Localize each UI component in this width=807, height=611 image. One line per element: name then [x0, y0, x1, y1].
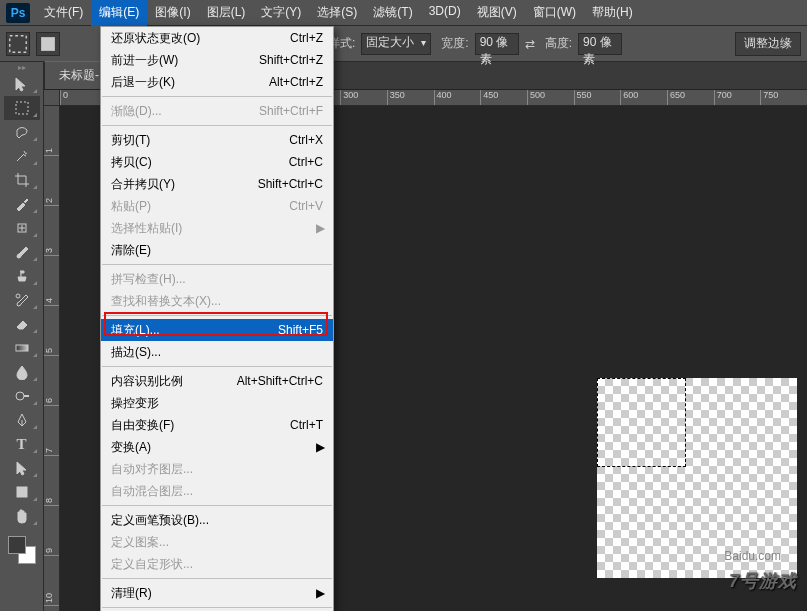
watermark-url: Baidu.com — [724, 549, 781, 563]
marquee-mode-new-icon[interactable] — [36, 32, 60, 56]
svg-rect-0 — [10, 35, 27, 52]
edit-menu-dropdown: 还原状态更改(O)Ctrl+Z前进一步(W)Shift+Ctrl+Z后退一步(K… — [100, 26, 334, 611]
menu-3[interactable]: 图层(L) — [199, 0, 254, 26]
history-brush-tool-icon[interactable] — [4, 288, 40, 312]
menu-9[interactable]: 窗口(W) — [525, 0, 584, 26]
width-input[interactable]: 90 像素 — [475, 33, 519, 55]
brush-tool-icon[interactable] — [4, 240, 40, 264]
menu-item-11[interactable]: 清除(E) — [101, 239, 333, 261]
move-tool-icon[interactable] — [4, 72, 40, 96]
document-canvas[interactable] — [597, 378, 797, 578]
menu-item-1[interactable]: 前进一步(W)Shift+Ctrl+Z — [101, 49, 333, 71]
menu-1[interactable]: 编辑(E) — [91, 0, 147, 26]
svg-point-6 — [16, 392, 24, 400]
height-label: 高度: — [545, 35, 572, 52]
marquee-tool-icon[interactable] — [6, 32, 30, 56]
hand-tool-icon[interactable] — [4, 504, 40, 528]
menu-0[interactable]: 文件(F) — [36, 0, 91, 26]
blur-tool-icon[interactable] — [4, 360, 40, 384]
menu-item-20[interactable]: 操控变形 — [101, 392, 333, 414]
lasso-tool-icon[interactable] — [4, 120, 40, 144]
gradient-tool-icon[interactable] — [4, 336, 40, 360]
magic-wand-tool-icon[interactable] — [4, 144, 40, 168]
refine-edge-button[interactable]: 调整边缘 — [735, 32, 801, 56]
menu-item-13: 拼写检查(H)... — [101, 268, 333, 290]
toolbox: ▸▸ T — [0, 62, 44, 611]
svg-rect-1 — [41, 37, 55, 51]
menu-item-19[interactable]: 内容识别比例Alt+Shift+Ctrl+C — [101, 370, 333, 392]
svg-rect-5 — [16, 345, 28, 351]
menu-item-23: 自动对齐图层... — [101, 458, 333, 480]
ruler-origin[interactable] — [44, 90, 60, 106]
clone-stamp-tool-icon[interactable] — [4, 264, 40, 288]
app-logo: Ps — [6, 3, 30, 23]
style-select[interactable]: 固定大小 — [361, 33, 431, 55]
crop-tool-icon[interactable] — [4, 168, 40, 192]
width-label: 宽度: — [441, 35, 468, 52]
menu-item-27: 定义图案... — [101, 531, 333, 553]
menubar: Ps 文件(F)编辑(E)图像(I)图层(L)文字(Y)选择(S)滤镜(T)3D… — [0, 0, 807, 26]
menu-item-6[interactable]: 剪切(T)Ctrl+X — [101, 129, 333, 151]
tab-title: 未标题- — [59, 68, 99, 82]
menu-5[interactable]: 选择(S) — [309, 0, 365, 26]
pen-tool-icon[interactable] — [4, 408, 40, 432]
menu-item-9: 粘贴(P)Ctrl+V — [101, 195, 333, 217]
menu-item-21[interactable]: 自由变换(F)Ctrl+T — [101, 414, 333, 436]
menu-6[interactable]: 滤镜(T) — [365, 0, 420, 26]
svg-rect-2 — [16, 102, 28, 114]
menu-item-0[interactable]: 还原状态更改(O)Ctrl+Z — [101, 27, 333, 49]
menu-item-14: 查找和替换文本(X)... — [101, 290, 333, 312]
menu-item-16[interactable]: 填充(L)...Shift+F5 — [101, 319, 333, 341]
menu-item-22[interactable]: 变换(A)▶ — [101, 436, 333, 458]
menu-item-10: 选择性粘贴(I)▶ — [101, 217, 333, 239]
menu-item-26[interactable]: 定义画笔预设(B)... — [101, 509, 333, 531]
swap-icon[interactable]: ⇄ — [525, 37, 535, 51]
svg-point-4 — [16, 294, 20, 298]
eraser-tool-icon[interactable] — [4, 312, 40, 336]
menu-8[interactable]: 视图(V) — [469, 0, 525, 26]
svg-rect-7 — [17, 487, 27, 497]
eyedropper-tool-icon[interactable] — [4, 192, 40, 216]
healing-brush-tool-icon[interactable] — [4, 216, 40, 240]
height-input[interactable]: 90 像素 — [578, 33, 622, 55]
menu-item-2[interactable]: 后退一步(K)Alt+Ctrl+Z — [101, 71, 333, 93]
menu-item-7[interactable]: 拷贝(C)Ctrl+C — [101, 151, 333, 173]
menu-4[interactable]: 文字(Y) — [253, 0, 309, 26]
color-swatches[interactable] — [8, 536, 36, 564]
shape-tool-icon[interactable] — [4, 480, 40, 504]
path-selection-tool-icon[interactable] — [4, 456, 40, 480]
menu-7[interactable]: 3D(D) — [421, 0, 469, 26]
menu-item-28: 定义自定形状... — [101, 553, 333, 575]
menu-item-4: 渐隐(D)...Shift+Ctrl+F — [101, 100, 333, 122]
toolbox-grip[interactable]: ▸▸ — [0, 62, 43, 72]
fg-color-swatch[interactable] — [8, 536, 26, 554]
watermark-logo: 7号游戏 — [729, 569, 797, 593]
marquee-tool-icon[interactable] — [4, 96, 40, 120]
ruler-vertical[interactable]: 12345678910 — [44, 106, 60, 611]
menu-item-30[interactable]: 清理(R)▶ — [101, 582, 333, 604]
menu-2[interactable]: 图像(I) — [147, 0, 198, 26]
menu-10[interactable]: 帮助(H) — [584, 0, 641, 26]
menu-item-8[interactable]: 合并拷贝(Y)Shift+Ctrl+C — [101, 173, 333, 195]
menu-item-24: 自动混合图层... — [101, 480, 333, 502]
marquee-selection — [597, 378, 686, 467]
type-tool-icon[interactable]: T — [4, 432, 40, 456]
dodge-tool-icon[interactable] — [4, 384, 40, 408]
menu-item-17[interactable]: 描边(S)... — [101, 341, 333, 363]
